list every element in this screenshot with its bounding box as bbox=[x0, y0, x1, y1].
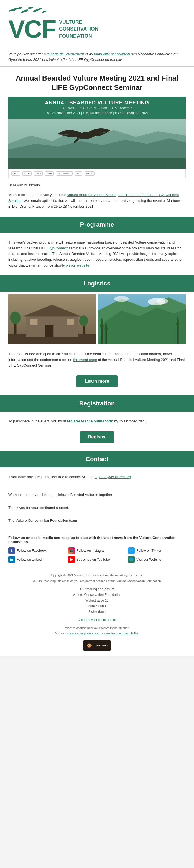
facebook-icon: f bbox=[8, 547, 15, 554]
event-banner: ANNUAL BEARDED VULTURE MEETING & FINAL L… bbox=[8, 97, 186, 119]
svg-point-36 bbox=[157, 298, 168, 304]
mailchimp-logo-area[interactable]: 🐵 mailchimp bbox=[8, 640, 186, 651]
event-banner-subtitle: & FINAL LIFE GYPCONNECT SEMINAR bbox=[14, 106, 180, 110]
social-title: Follow us on social media and keep up to… bbox=[8, 536, 186, 544]
intro-text-mid: et au bbox=[84, 52, 94, 56]
closing-line-1: We hope to see you there to celebrate Be… bbox=[8, 492, 186, 498]
svg-point-37 bbox=[114, 296, 129, 302]
invitation-text-start: We are delighted to invite you to the bbox=[8, 193, 67, 197]
svg-point-8 bbox=[42, 10, 47, 13]
email-link[interactable]: a.gama@4vultures.org bbox=[94, 475, 131, 479]
svg-point-23 bbox=[10, 311, 21, 324]
intro-link-form[interactable]: formulaire d'inscription bbox=[94, 52, 130, 56]
logistics-description: The event is free and open to all. You c… bbox=[0, 347, 194, 373]
social-item-twitter[interactable]: 🐦 Follow on Twitter bbox=[128, 547, 186, 554]
social-item-website[interactable]: 🌐 Visit our Website bbox=[128, 556, 186, 563]
partner-logo-aee: AEE bbox=[45, 171, 54, 176]
social-media-section: Follow us on social media and keep up to… bbox=[0, 531, 194, 567]
intro-text-before-link1: Vous pouvez accéder à bbox=[8, 52, 47, 56]
logistics-images bbox=[8, 294, 186, 344]
register-button[interactable]: Register bbox=[80, 431, 114, 443]
website-link[interactable]: on our website bbox=[66, 263, 89, 268]
registration-text: To participate in the event, you must re… bbox=[0, 414, 194, 429]
social-grid: f Follow on Facebook 📷 Follow on Instagr… bbox=[8, 547, 186, 563]
dear-salutation: Dear vulture friends, bbox=[0, 178, 194, 192]
linkedin-icon: in bbox=[8, 556, 15, 563]
intro-link-event[interactable]: la page de l'événement bbox=[47, 52, 84, 56]
svg-point-2 bbox=[16, 7, 23, 10]
register-link[interactable]: register via the online form bbox=[67, 419, 113, 423]
invitation-paragraph: We are delighted to invite you to the An… bbox=[0, 192, 194, 214]
event-page-link[interactable]: the event page bbox=[73, 358, 97, 362]
copyright-section: Copyright © 2021 Vulture Conservation Fo… bbox=[0, 567, 194, 656]
closing-line-2: Thank you for your continued support. bbox=[8, 504, 186, 511]
unsubscribe-link[interactable]: unsubscribe from this list bbox=[105, 632, 138, 635]
address-book-link[interactable]: Add us to your address book bbox=[78, 618, 116, 621]
closing-text: We hope to see you there to celebrate Be… bbox=[0, 487, 194, 528]
svg-point-25 bbox=[79, 315, 88, 326]
logistics-image-right bbox=[98, 294, 186, 344]
learn-more-container: Learn more bbox=[0, 373, 194, 393]
registration-section-header: Registration bbox=[0, 395, 194, 411]
youtube-label: Subscribe on YouTube bbox=[77, 558, 110, 561]
svg-rect-20 bbox=[30, 319, 37, 325]
main-title-section: Annual Bearded Vulture Meeting 2021 and … bbox=[0, 67, 194, 97]
social-item-facebook[interactable]: f Follow on Facebook bbox=[8, 547, 66, 554]
contact-text: If you have any questions, feel free to … bbox=[0, 470, 194, 484]
mailing-address-block: Our mailing address is: Vulture Conserva… bbox=[8, 586, 186, 615]
svg-rect-14 bbox=[8, 158, 186, 169]
website-icon: 🌐 bbox=[128, 556, 135, 563]
partner-logo-lpo: LPO bbox=[34, 171, 43, 176]
register-button-container: Register bbox=[0, 429, 194, 448]
instagram-icon: 📷 bbox=[68, 547, 75, 554]
social-item-linkedin[interactable]: in Follow on LinkedIn bbox=[8, 556, 66, 563]
svg-rect-31 bbox=[105, 328, 107, 344]
logo-letters: VCF bbox=[8, 17, 56, 42]
update-preferences-link[interactable]: update your preferences bbox=[67, 632, 100, 635]
mailchimp-icon: 🐵 bbox=[86, 642, 92, 649]
page-title: Annual Bearded Vulture Meeting 2021 and … bbox=[8, 73, 186, 92]
svg-rect-29 bbox=[101, 325, 103, 344]
partner-logo-eu: EU bbox=[75, 171, 82, 176]
intro-section: Vous pouvez accéder à la page de l'événe… bbox=[0, 47, 194, 67]
svg-rect-33 bbox=[177, 324, 179, 344]
contact-section-header: Contact bbox=[0, 451, 194, 467]
svg-rect-19 bbox=[45, 325, 54, 337]
partner-logo-life: LIFE bbox=[23, 171, 32, 176]
website-label: Visit our Website bbox=[137, 558, 161, 561]
partner-logo-vcf: VCF bbox=[11, 171, 20, 176]
partner-logo-iucn: IUCN bbox=[84, 171, 94, 176]
linkedin-label: Follow on LinkedIn bbox=[16, 558, 44, 561]
twitter-label: Follow on Twitter bbox=[137, 549, 161, 553]
gypconnect-link[interactable]: LIFE GypConnect bbox=[39, 246, 68, 250]
programme-text: This year's packed programme will featur… bbox=[0, 236, 194, 273]
logistics-image-left bbox=[8, 294, 96, 344]
birds-decoration bbox=[8, 5, 53, 17]
closing-line-3: The Vulture Conservation Foundation team bbox=[8, 517, 186, 524]
invitation-text-end: . We remain optimistic that we will meet… bbox=[8, 198, 182, 209]
social-item-youtube[interactable]: ▶ Subscribe on YouTube bbox=[68, 556, 126, 563]
event-banner-date: 25 - 28 November 2021 | Die, Drôme, Fran… bbox=[14, 111, 180, 117]
logistics-section-header: Logistics bbox=[0, 275, 194, 291]
copyright-line-1: Copyright © 2021 Vulture Conservation Fo… bbox=[8, 573, 186, 578]
instagram-label: Follow on Instagram bbox=[77, 549, 107, 553]
org-name: VULTURE CONSERVATION FOUNDATION bbox=[59, 19, 99, 40]
preferences-prefix: You can bbox=[55, 632, 67, 635]
twitter-icon: 🐦 bbox=[128, 547, 135, 554]
partner-logo-gypconnect: gypconnect bbox=[56, 171, 73, 176]
copyright-line-2: You are receiving this email as you are … bbox=[8, 579, 186, 584]
social-item-instagram[interactable]: 📷 Follow on Instagram bbox=[68, 547, 126, 554]
youtube-icon: ▶ bbox=[68, 556, 75, 563]
divider-2 bbox=[8, 529, 186, 530]
facebook-label: Follow on Facebook bbox=[16, 549, 46, 553]
divider-1 bbox=[8, 486, 186, 486]
svg-point-6 bbox=[33, 9, 39, 12]
mailchimp-label: mailchimp bbox=[94, 643, 108, 648]
learn-more-button[interactable]: Learn more bbox=[77, 375, 117, 387]
event-banner-title: ANNUAL BEARDED VULTURE MEETING bbox=[14, 100, 180, 106]
svg-point-5 bbox=[28, 6, 33, 9]
preferences-text: Want to change how you receive these ema… bbox=[8, 626, 186, 630]
programme-section-header: Programme bbox=[0, 217, 194, 233]
vulture-hero-image bbox=[8, 119, 186, 169]
mailchimp-badge[interactable]: 🐵 mailchimp bbox=[83, 640, 111, 651]
